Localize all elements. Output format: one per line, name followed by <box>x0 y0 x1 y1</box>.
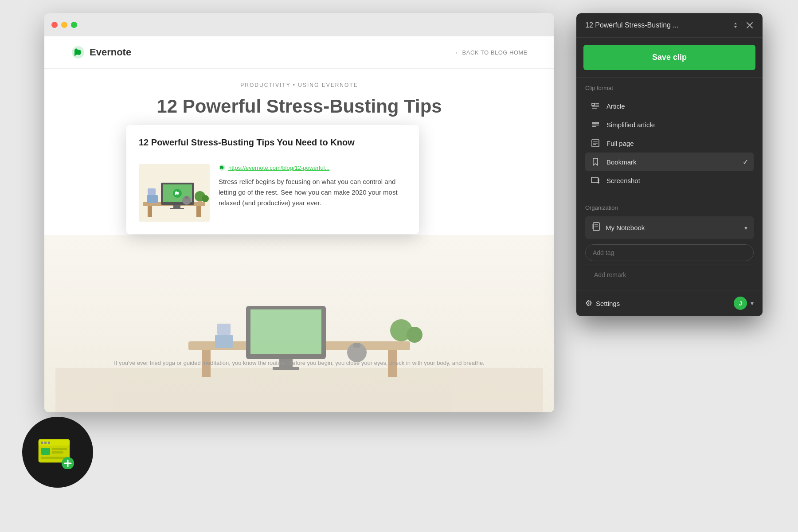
svg-rect-14 <box>215 335 233 348</box>
svg-rect-62 <box>48 442 50 444</box>
clipper-header-icons <box>732 21 754 29</box>
svg-rect-10 <box>398 341 404 350</box>
format-item-bookmark[interactable]: Bookmark ✓ <box>585 153 754 171</box>
evernote-nav: Evernote ← BACK TO BLOG HOME <box>44 36 554 69</box>
svg-rect-13 <box>353 343 360 348</box>
svg-rect-15 <box>217 324 231 335</box>
preview-url-text[interactable]: https://evernote.com/blog/12-powerful... <box>228 164 329 171</box>
organization-section: Organization My Notebook ▾ <box>576 197 763 288</box>
clip-format-label: Clip format <box>585 85 754 91</box>
notebook-chevron-icon: ▾ <box>744 224 747 231</box>
bookmark-icon <box>591 157 600 167</box>
preview-image <box>139 164 210 222</box>
svg-point-11 <box>407 327 422 343</box>
save-clip-button[interactable]: Save clip <box>583 45 755 70</box>
article-title: 12 Powerful Stress-Busting Tips <box>71 95 528 117</box>
format-item-screenshot[interactable]: Screenshot <box>585 171 754 190</box>
svg-rect-61 <box>44 442 47 444</box>
preview-content: https://evernote.com/blog/12-powerful...… <box>139 164 407 222</box>
close-icon <box>746 21 754 29</box>
evernote-logo: Evernote <box>71 45 131 59</box>
article-header: PRODUCTIVITY • USING EVERNOTE 12 Powerfu… <box>44 69 554 126</box>
svg-rect-60 <box>41 442 43 444</box>
remark-input[interactable] <box>585 265 754 285</box>
svg-rect-23 <box>173 205 180 208</box>
format-label-full-page: Full page <box>606 140 748 147</box>
format-label-bookmark: Bookmark <box>606 158 736 166</box>
svg-rect-6 <box>250 309 321 354</box>
preview-divider <box>139 155 407 155</box>
format-label-article: Article <box>606 102 748 110</box>
svg-rect-29 <box>148 188 156 195</box>
svg-rect-19 <box>196 206 201 217</box>
extension-svg <box>38 436 78 469</box>
full-page-icon <box>591 138 600 148</box>
article-category: PRODUCTIVITY • USING EVERNOTE <box>71 82 528 88</box>
format-item-article[interactable]: Article <box>585 97 754 115</box>
screenshot-icon <box>591 176 600 185</box>
notebook-icon <box>591 222 601 234</box>
settings-label: Settings <box>596 300 620 307</box>
svg-point-27 <box>202 195 209 202</box>
svg-rect-26 <box>198 201 202 206</box>
minimize-button[interactable] <box>61 22 67 28</box>
clipper-title: 12 Powerful Stress-Busting ... <box>585 21 726 29</box>
notebook-selector[interactable]: My Notebook ▾ <box>585 216 754 239</box>
preview-url: https://evernote.com/blog/12-powerful... <box>219 164 407 171</box>
svg-rect-31 <box>185 196 188 199</box>
article-icon <box>591 101 600 111</box>
svg-rect-54 <box>593 223 599 231</box>
maximize-button[interactable] <box>71 22 77 28</box>
svg-rect-59 <box>39 439 70 446</box>
url-evernote-icon <box>219 164 226 171</box>
browser-window: Evernote ← BACK TO BLOG HOME PRODUCTIVIT… <box>44 13 554 412</box>
format-item-simplified-article[interactable]: Simplified article <box>585 115 754 134</box>
clip-format-section: Clip format Article <box>576 78 763 193</box>
settings-button[interactable]: ⚙ Settings <box>585 298 620 308</box>
user-avatar: J <box>734 297 747 310</box>
background-illustration <box>44 235 554 412</box>
user-chevron-icon: ▾ <box>751 300 754 307</box>
notebook-name: My Notebook <box>606 224 740 231</box>
organization-label: Organization <box>585 204 754 211</box>
svg-rect-63 <box>41 448 50 455</box>
clipper-footer: ⚙ Settings J ▾ <box>576 290 763 316</box>
preview-card-title: 12 Powerful Stress-Busting Tips You Need… <box>139 137 407 148</box>
preview-description: Stress relief begins by focusing on what… <box>219 176 407 208</box>
svg-rect-18 <box>148 206 152 217</box>
sort-icon-button[interactable] <box>732 21 739 29</box>
close-button[interactable] <box>51 22 58 28</box>
format-label-simplified-article: Simplified article <box>606 121 748 129</box>
format-item-full-page[interactable]: Full page <box>585 134 754 153</box>
preview-text-block: https://evernote.com/blog/12-powerful...… <box>219 164 407 222</box>
page-footer-text: If you've ever tried yoga or guided medi… <box>44 359 554 368</box>
svg-rect-1 <box>55 368 543 412</box>
extension-icon <box>22 417 93 488</box>
back-link[interactable]: ← BACK TO BLOG HOME <box>454 49 528 56</box>
tag-input[interactable] <box>585 244 754 261</box>
evernote-logo-icon <box>71 45 85 59</box>
gear-icon: ⚙ <box>585 298 592 308</box>
svg-rect-65 <box>52 451 63 454</box>
preview-card: 12 Powerful Stress-Busting Tips You Need… <box>126 125 419 234</box>
browser-titlebar <box>44 13 554 36</box>
format-label-screenshot: Screenshot <box>606 177 748 184</box>
browser-content: Evernote ← BACK TO BLOG HOME PRODUCTIVIT… <box>44 36 554 412</box>
simplified-article-icon <box>591 120 600 129</box>
svg-rect-24 <box>170 208 184 209</box>
user-section[interactable]: J ▾ <box>734 297 754 310</box>
svg-rect-48 <box>591 177 598 183</box>
evernote-logo-text: Evernote <box>90 47 131 58</box>
sort-arrows-icon <box>732 21 739 29</box>
page-bg-illustration: If you've ever tried yoga or guided medi… <box>44 235 554 412</box>
bookmark-check-icon: ✓ <box>743 158 748 166</box>
preview-image-svg <box>139 164 210 222</box>
svg-rect-64 <box>52 448 67 450</box>
svg-rect-35 <box>592 103 595 106</box>
clipper-panel: 12 Powerful Stress-Busting ... Save clip… <box>576 13 763 316</box>
svg-rect-66 <box>41 457 67 459</box>
evernote-page: Evernote ← BACK TO BLOG HOME PRODUCTIVIT… <box>44 36 554 412</box>
close-icon-button[interactable] <box>746 21 754 29</box>
svg-rect-55 <box>592 224 594 229</box>
svg-rect-28 <box>147 195 158 203</box>
